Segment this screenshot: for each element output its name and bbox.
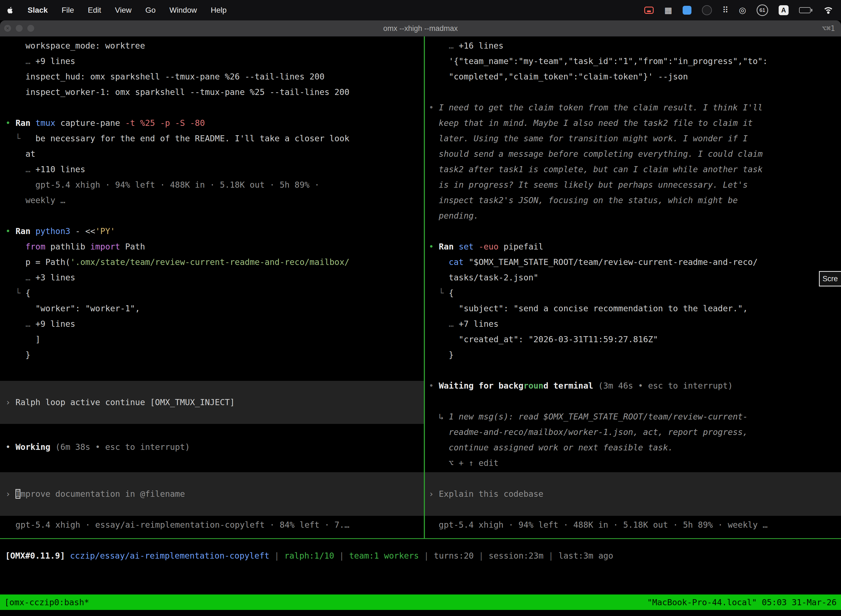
menu-bar: Slack File Edit View Go Window Help ▦ ⠿ … — [0, 0, 841, 21]
omx-status-bar: [OMX#0.11.9] cczip/essay/ai-reimplementa… — [0, 548, 841, 563]
terminal-output-line: tasks/task-2.json" — [429, 270, 841, 285]
menu-item-file[interactable]: File — [62, 6, 74, 15]
terminal-output-line: └ { — [429, 285, 841, 301]
terminal-output-line: should send a message before completing … — [429, 146, 841, 162]
tmux-status-bar: [omx-cczip0:bash* "MacBook-Pro-44.local"… — [0, 594, 841, 610]
terminal-output-line: continue assigned work or next feasible … — [429, 440, 841, 455]
working-status: • Working (6m 38s • esc to interrupt) — [0, 439, 424, 455]
terminal-output-line — [429, 224, 841, 239]
terminal-output-line: … +7 lines — [429, 316, 841, 332]
battery-icon[interactable] — [799, 7, 812, 13]
terminal-output-line: "worker": "worker-1", — [6, 301, 424, 316]
terminal-output-line: "completed","claim_token":"claim-token"}… — [429, 69, 841, 84]
model-status-right: gpt-5.4 xhigh · 94% left · 488K in · 5.1… — [425, 517, 841, 532]
input-source-letter: A — [781, 6, 786, 14]
apple-menu-icon[interactable] — [7, 6, 14, 14]
blue-app-icon[interactable] — [683, 6, 692, 15]
dark-circle-app-icon[interactable] — [702, 5, 712, 15]
terminal-output-line: } — [6, 347, 424, 363]
input-source-icon[interactable]: A — [779, 5, 788, 15]
terminal-output-line: … +16 lines — [429, 38, 841, 54]
model-status-line: gpt-5.4 xhigh · 94% left · 488K in · 5.1… — [429, 517, 841, 532]
menu-item-edit[interactable]: Edit — [88, 6, 101, 15]
terminal-window: × omx --xhigh --madmax ⌥⌘1 workspace_mod… — [0, 21, 841, 616]
terminal-output-line: weekly … — [6, 193, 424, 208]
terminal-output-line: from pathlib import Path — [6, 239, 424, 254]
screen-share-popup[interactable]: Scre — [819, 271, 841, 286]
tmux-pane-right[interactable]: … +16 lines '{"team_name":"my-team","tas… — [425, 37, 841, 538]
omx-status-line: [OMX#0.11.9] cczip/essay/ai-reimplementa… — [5, 548, 841, 563]
terminal-output-line: └ { — [6, 285, 424, 301]
terminal-output-line — [6, 363, 424, 378]
terminal-output-line — [429, 363, 841, 378]
left-pane-output: workspace_mode: worktree … +9 lines insp… — [0, 38, 424, 378]
terminal-output-line — [429, 84, 841, 100]
terminal-output-line — [6, 208, 424, 224]
right-pane-output: … +16 lines '{"team_name":"my-team","tas… — [425, 38, 841, 471]
tmux-session-name: [omx-cczip0:bash* — [4, 597, 89, 607]
composer-input-left[interactable]: › Improve documentation in @filename — [0, 472, 424, 516]
terminal-output-line: at — [6, 146, 424, 162]
terminal-output-line: inspect_worker-1: omx sparkshell --tmux-… — [6, 84, 424, 100]
dots-grid-icon[interactable]: ⠿ — [722, 6, 728, 14]
window-shortcut: ⌥⌘1 — [822, 21, 835, 37]
terminal-output-line: • Ran python3 - <<'PY' — [6, 224, 424, 239]
terminal-output-line: … +3 lines — [6, 270, 424, 285]
terminal-output-line: gpt-5.4 xhigh · 94% left · 488K in · 5.1… — [6, 177, 424, 193]
composer-placeholder: › Improve documentation in @filename — [6, 486, 424, 502]
model-status-line: gpt-5.4 xhigh · essay/ai-reimplementatio… — [6, 517, 424, 532]
terminal-output-line: • Waiting for background terminal (3m 46… — [429, 378, 841, 393]
model-status-left: gpt-5.4 xhigh · essay/ai-reimplementatio… — [0, 517, 424, 532]
terminal-output-line: • I need to get the claim token from the… — [429, 100, 841, 115]
terminal-output-line: … +110 lines — [6, 162, 424, 177]
terminal-output-line: inspect_hud: omx sparkshell --tmux-pane … — [6, 69, 424, 84]
terminal-output-line: ↳ 1 new msg(s): read $OMX_TEAM_STATE_ROO… — [429, 409, 841, 424]
terminal-output-line — [429, 393, 841, 409]
grid-app-icon[interactable]: ▦ — [664, 6, 672, 14]
screen-share-popup-label: Scre — [822, 274, 838, 283]
menu-item-help[interactable]: Help — [211, 6, 227, 15]
terminal-output-line: pending. — [429, 208, 841, 224]
tmux-host-clock: "MacBook-Pro-44.local" 05:03 31-Mar-26 — [647, 597, 837, 607]
terminal-output-line: … +9 lines — [6, 54, 424, 69]
terminal-output-line — [6, 100, 424, 115]
terminal-output-line: "subject": "send a concise recommendatio… — [429, 301, 841, 316]
menu-item-view[interactable]: View — [115, 6, 132, 15]
terminal-output-line: … +9 lines — [6, 316, 424, 332]
terminal-output-line: } — [429, 347, 841, 363]
hub-icon[interactable]: ◎ — [739, 6, 746, 14]
ralph-loop-message: › Ralph loop active continue [OMX_TMUX_I… — [6, 395, 424, 410]
terminal-output-line: '{"team_name":"my-team","task_id":"1","f… — [429, 54, 841, 69]
terminal-output-line: • Ran set -euo pipefail — [429, 239, 841, 254]
terminal-output-line: • Ran tmux capture-pane -t %25 -p -S -80 — [6, 115, 424, 131]
menu-item-go[interactable]: Go — [145, 6, 155, 15]
terminal-output-line: ⌥ + ↑ edit — [429, 455, 841, 471]
ralph-loop-banner: › Ralph loop active continue [OMX_TMUX_I… — [0, 381, 424, 424]
terminal-output-line: is in progress? It seems likely but perh… — [429, 177, 841, 193]
wifi-icon[interactable] — [823, 6, 834, 14]
terminal-output-line: later. Using the same for transition mig… — [429, 131, 841, 146]
terminal-output-line: ] — [6, 332, 424, 347]
terminal-output-line: "created_at": "2026-03-31T11:59:27.816Z" — [429, 332, 841, 347]
terminal-output-line: workspace_mode: worktree — [6, 38, 424, 54]
terminal-output-line: task2 after task1 is complete, but can I… — [429, 162, 841, 177]
window-title: omx --xhigh --madmax — [0, 21, 841, 37]
terminal-output-line: keep that in mind. Maybe I also need the… — [429, 115, 841, 131]
terminal-output-line: inspect task2's JSON, focusing on the st… — [429, 193, 841, 208]
composer-placeholder: › Explain this codebase — [429, 486, 841, 502]
screen-recording-indicator-icon[interactable] — [644, 7, 653, 14]
tmux-pane-left[interactable]: workspace_mode: worktree … +9 lines insp… — [0, 37, 424, 538]
terminal-output-line: readme-and-reco/mailbox/worker-1.json, a… — [429, 424, 841, 440]
terminal-output-line: p = Path('.omx/state/team/review-current… — [6, 254, 424, 270]
tmux-session: workspace_mode: worktree … +9 lines insp… — [0, 37, 841, 539]
composer-input-right[interactable]: › Explain this codebase — [425, 472, 841, 516]
terminal-output-line: └ be necessary for the end of the README… — [6, 131, 424, 146]
working-status-line: • Working (6m 38s • esc to interrupt) — [6, 439, 424, 455]
battery-percentage-icon[interactable]: 61 — [757, 4, 768, 16]
battery-percentage-value: 61 — [759, 7, 765, 13]
menu-app-name[interactable]: Slack — [28, 6, 48, 15]
window-title-bar[interactable]: × omx --xhigh --madmax ⌥⌘1 — [0, 21, 841, 37]
terminal-output-line: cat "$OMX_TEAM_STATE_ROOT/team/review-cu… — [429, 254, 841, 270]
menu-item-window[interactable]: Window — [169, 6, 197, 15]
